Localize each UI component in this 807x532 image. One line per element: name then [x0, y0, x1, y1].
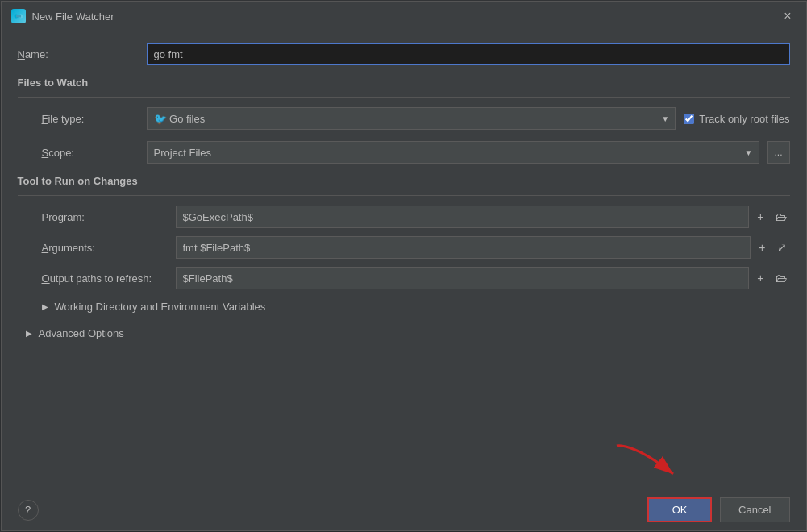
bottom-bar: ? OK Cancel [2, 489, 806, 530]
working-dir-label: Working Directory and Environment Variab… [55, 301, 266, 313]
output-paths-label: Output paths to refresh: [42, 272, 171, 285]
plus-icon-args: + [759, 241, 765, 254]
section-divider-1 [18, 97, 790, 98]
program-input[interactable] [176, 206, 750, 228]
arguments-label: Arguments: [42, 242, 171, 254]
file-type-select-wrap: 🐦 Go files ▼ [147, 107, 676, 130]
scope-select-wrap: Project Files ▼ [147, 141, 759, 164]
arrow-annotation [609, 438, 722, 488]
scope-row: Scope: Project Files ▼ ... [42, 141, 790, 164]
arguments-add-button[interactable]: + [755, 239, 768, 256]
file-type-select[interactable]: 🐦 Go files [147, 107, 676, 130]
name-input[interactable] [147, 43, 790, 65]
name-row: Name: [18, 43, 790, 65]
working-dir-triangle: ▶ [42, 302, 48, 311]
scope-select[interactable]: Project Files [147, 141, 759, 164]
tool-section-title: Tool to Run on Changes [18, 175, 790, 187]
program-label: Program: [42, 211, 171, 223]
files-to-watch-title: Files to Watch [18, 77, 790, 89]
scope-label: Scope: [42, 147, 139, 159]
app-icon [11, 9, 26, 23]
folder-icon: 🗁 [776, 210, 787, 223]
output-folder-button[interactable]: 🗁 [772, 270, 790, 286]
new-file-watcher-dialog: New File Watcher × Name: Files to Watch … [1, 1, 807, 531]
dialog-title: New File Watcher [32, 10, 114, 23]
name-label: Name: [18, 48, 147, 60]
ok-button[interactable]: OK [647, 497, 712, 522]
advanced-options-label: Advanced Options [39, 327, 124, 339]
working-dir-collapsible[interactable]: ▶ Working Directory and Environment Vari… [42, 297, 790, 316]
arguments-row: Arguments: + ⤢ [42, 236, 790, 259]
output-add-button[interactable]: + [754, 270, 767, 286]
track-root-label: Track only root files [699, 113, 789, 125]
arguments-expand-button[interactable]: ⤢ [774, 239, 790, 256]
file-type-label: File type: [42, 113, 139, 125]
plus-icon-output: + [757, 272, 763, 285]
tool-section-fields: Program: + 🗁 Arguments: + [18, 206, 790, 316]
track-root-checkbox[interactable] [684, 114, 694, 124]
track-root-checkbox-group: Track only root files [684, 113, 789, 125]
file-type-row: File type: 🐦 Go files ▼ Track only root … [42, 107, 790, 130]
title-bar: New File Watcher × [2, 2, 806, 31]
output-paths-input[interactable] [176, 267, 750, 289]
help-button[interactable]: ? [18, 500, 39, 521]
advanced-options-triangle: ▶ [26, 329, 32, 338]
plus-icon: + [757, 210, 763, 223]
folder-icon-output: 🗁 [776, 272, 787, 285]
bottom-right-buttons: OK Cancel [647, 497, 789, 522]
program-folder-button[interactable]: 🗁 [772, 209, 790, 225]
section-divider-2 [18, 195, 790, 196]
title-bar-left: New File Watcher [11, 9, 114, 23]
scope-dots-button[interactable]: ... [767, 141, 790, 164]
program-row: Program: + 🗁 [42, 206, 790, 228]
program-add-button[interactable]: + [754, 209, 767, 225]
files-to-watch-fields: File type: 🐦 Go files ▼ Track only root … [18, 107, 790, 164]
output-paths-row: Output paths to refresh: + 🗁 [42, 267, 790, 289]
advanced-options-collapsible[interactable]: ▶ Advanced Options [18, 324, 790, 343]
arguments-input[interactable] [176, 236, 751, 259]
cancel-button[interactable]: Cancel [720, 497, 789, 522]
close-button[interactable]: × [779, 8, 796, 24]
dialog-content: Name: Files to Watch File type: 🐦 Go fil… [2, 31, 806, 362]
expand-icon: ⤢ [777, 241, 787, 254]
svg-rect-2 [16, 15, 21, 18]
